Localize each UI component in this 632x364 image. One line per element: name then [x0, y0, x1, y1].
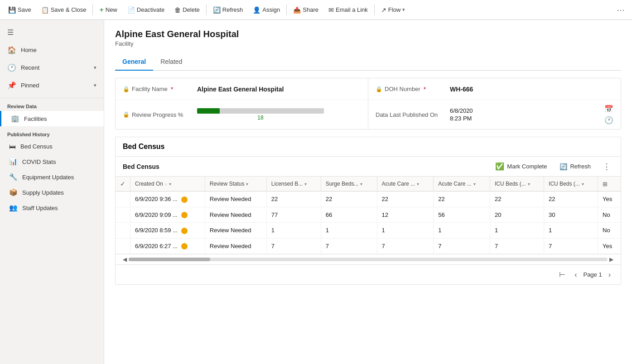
flow-button[interactable]: ↗ Flow ▾ [376, 4, 410, 16]
subgrid-title: Bed Census [123, 163, 159, 170]
col-freeze[interactable]: ⊞ [598, 177, 621, 192]
col-review-status-filter-icon[interactable]: ▾ [246, 182, 248, 187]
lock-icon-1: 🔒 [123, 86, 130, 92]
refresh-button[interactable]: 🔄 Refresh [208, 4, 248, 16]
row-acute-care-1-0: 22 [377, 192, 434, 207]
facility-name-label: 🔒 Facility Name * [123, 86, 186, 93]
share-button[interactable]: 📤 Share [289, 4, 323, 16]
subgrid-refresh-button[interactable]: 🔄 Refresh [556, 161, 594, 172]
facility-name-field: 🔒 Facility Name * Alpine East General Ho… [116, 78, 368, 100]
table-row[interactable]: 6/9/2020 8:59 ... Review Needed 1 1 1 1 … [116, 223, 621, 239]
sidebar-item-recent[interactable]: 🕐 Recent ▾ [0, 59, 104, 77]
sidebar-item-facilities[interactable]: 🏢 Facilities [0, 111, 104, 126]
review-data-section-label: Review Data [0, 98, 104, 111]
row-check-1[interactable] [116, 207, 130, 223]
doh-number-label: 🔒 DOH Number * [376, 86, 439, 93]
share-icon: 📤 [293, 6, 301, 14]
row-acute-care-2-1: 56 [434, 207, 490, 223]
tab-related[interactable]: Related [153, 54, 189, 71]
toolbar: 💾 Save 📋 Save & Close + New 📄 Deactivate… [0, 0, 632, 20]
bed-census-table-container: ✓ Created On ↓ ▾ [116, 177, 621, 254]
row-review-status-3: Review Needed [205, 238, 266, 254]
email-link-button[interactable]: ✉ Email a Link [324, 4, 372, 16]
assign-button[interactable]: 👤 Assign [248, 4, 285, 16]
pagination-next-button[interactable]: › [606, 269, 613, 281]
sidebar-item-supply-updates[interactable]: 📦 Supply Updates [0, 185, 104, 200]
scroll-right-icon[interactable]: ▶ [609, 256, 613, 263]
row-acute-care-1-2: 1 [377, 223, 434, 239]
subgrid-more-button[interactable]: ⋮ [600, 161, 613, 172]
row-check-0[interactable] [116, 192, 130, 207]
pagination-bar: ⊢ ‹ Page 1 › [116, 264, 621, 284]
sidebar-item-pinned[interactable]: 📌 Pinned ▾ [0, 77, 104, 94]
date-field-inner: 6/8/2020 8:23 PM [450, 107, 601, 122]
page-subtitle: Facility [115, 40, 621, 47]
col-icu-beds-1[interactable]: ICU Beds (... ▾ [490, 177, 544, 192]
clock-icon: 🕐 [604, 116, 613, 125]
doh-number-field: 🔒 DOH Number * WH-666 [368, 78, 621, 100]
table-row[interactable]: 6/9/2020 9:09 ... Review Needed 77 66 12… [116, 207, 621, 223]
tab-general[interactable]: General [115, 54, 153, 71]
pagination-first-button[interactable]: ⊢ [556, 268, 568, 281]
sidebar: ☰ 🏠 Home 🕐 Recent ▾ 📌 Pinned ▾ Review Da… [0, 20, 104, 364]
delete-button[interactable]: 🗑 Delete [170, 4, 204, 16]
save-close-button[interactable]: 📋 Save & Close [37, 4, 91, 16]
col-acute-care-1-filter-icon[interactable]: ▾ [417, 182, 419, 187]
new-button[interactable]: + New [95, 3, 121, 17]
sidebar-item-bed-census[interactable]: 🛏 Bed Census [0, 139, 104, 154]
table-row[interactable]: 6/9/2020 9:36 ... Review Needed 22 22 22… [116, 192, 621, 207]
col-acute-care-2-filter-icon[interactable]: ▾ [473, 182, 476, 187]
col-acute-care-1[interactable]: Acute Care ... ▾ [377, 177, 434, 192]
tabs-bar: General Related [115, 54, 621, 71]
col-review-status[interactable]: Review Status ▾ [205, 177, 266, 192]
row-check-3[interactable] [116, 238, 130, 254]
col-licensed-beds-filter-icon[interactable]: ▾ [304, 182, 307, 187]
doh-number-value: WH-666 [450, 86, 473, 93]
row-icu-beds-1-2: 1 [490, 223, 544, 239]
more-options-button[interactable]: ⋯ [613, 2, 628, 18]
sidebar-item-home[interactable]: 🏠 Home [0, 41, 104, 59]
sidebar-item-staff-updates[interactable]: 👥 Staff Updates [0, 200, 104, 216]
row-review-status-0: Review Needed [205, 192, 266, 207]
bed-census-section-title: Bed Census [116, 137, 621, 157]
sidebar-item-equipment-updates[interactable]: 🔧 Equipment Updates [0, 169, 104, 185]
assign-icon: 👤 [253, 6, 261, 14]
row-check-2[interactable] [116, 223, 130, 239]
sidebar-menu-icon[interactable]: ☰ [0, 24, 104, 41]
table-row[interactable]: 6/9/2020 6:27 ... Review Needed 7 7 7 7 … [116, 238, 621, 254]
progress-container: 18 [197, 108, 361, 121]
published-date-value: 6/8/2020 [450, 107, 601, 114]
home-icon: 🏠 [7, 46, 16, 54]
col-icu-beds-2[interactable]: ICU Beds (... ▾ [544, 177, 598, 192]
table-header: ✓ Created On ↓ ▾ [116, 177, 621, 192]
row-acute-care-2-3: 7 [434, 238, 490, 254]
sidebar-item-covid-stats[interactable]: 📊 COVID Stats [0, 154, 104, 169]
col-icu-beds-2-filter-icon[interactable]: ▾ [582, 182, 584, 187]
col-surge-beds-filter-icon[interactable]: ▾ [360, 182, 362, 187]
lock-icon-2: 🔒 [376, 86, 382, 92]
row-extra-0: Yes [598, 192, 621, 207]
supply-updates-icon: 📦 [9, 188, 18, 196]
form-row-1: 🔒 Facility Name * Alpine East General Ho… [116, 78, 621, 100]
col-icu-beds-1-filter-icon[interactable]: ▾ [528, 182, 530, 187]
deactivate-icon: 📄 [127, 6, 135, 14]
deactivate-button[interactable]: 📄 Deactivate [123, 4, 169, 16]
content-area: Alpine East General Hospital Facility Ge… [104, 20, 632, 364]
col-created-on[interactable]: Created On ↓ ▾ [130, 177, 205, 192]
hscroll-track[interactable] [129, 258, 608, 261]
save-button[interactable]: 💾 Save [4, 4, 36, 16]
row-icu-beds-2-0: 22 [544, 192, 598, 207]
col-surge-beds[interactable]: Surge Beds... ▾ [321, 177, 377, 192]
recent-icon: 🕐 [7, 63, 16, 72]
pagination-prev-button[interactable]: ‹ [572, 269, 579, 281]
scroll-left-icon[interactable]: ◀ [123, 256, 127, 263]
toolbar-separator-3 [286, 5, 287, 15]
col-licensed-beds[interactable]: Licensed B... ▾ [266, 177, 321, 192]
row-acute-care-2-2: 1 [434, 223, 490, 239]
mark-complete-button[interactable]: ✅ Mark Complete [492, 160, 550, 172]
row-licensed-beds-3: 7 [266, 238, 321, 254]
horizontal-scrollbar[interactable]: ◀ ▶ [116, 254, 621, 264]
col-created-on-filter-icon[interactable]: ▾ [169, 182, 171, 187]
row-created-on-2: 6/9/2020 8:59 ... [130, 223, 205, 239]
col-acute-care-2[interactable]: Acute Care ... ▾ [434, 177, 490, 192]
